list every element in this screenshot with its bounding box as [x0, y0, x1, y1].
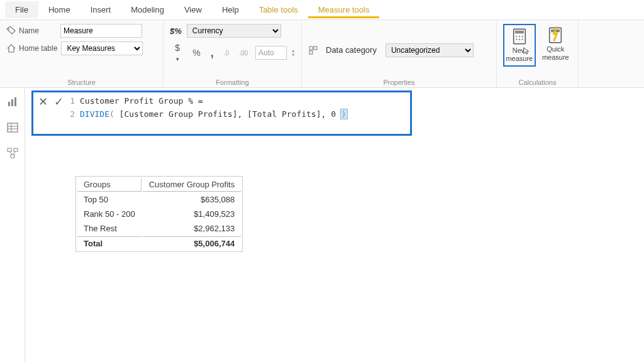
svg-point-11	[521, 39, 523, 40]
svg-rect-17	[8, 123, 18, 132]
quick-measure-button[interactable]: Quick measure	[540, 24, 572, 64]
percent-button[interactable]: %	[190, 47, 203, 59]
svg-rect-3	[309, 51, 313, 54]
svg-rect-22	[14, 148, 18, 151]
ribbon-tab-strip: File Home Insert Modeling View Help Tabl…	[0, 0, 644, 20]
svg-line-24	[9, 151, 13, 155]
tab-file[interactable]: File	[5, 1, 38, 18]
svg-point-6	[516, 36, 517, 37]
formula-bar[interactable]: ✕ ✓ 1 Customer Profit Group % = 2 DIVIDE…	[31, 90, 412, 136]
tab-view[interactable]: View	[174, 1, 212, 18]
home-icon	[6, 43, 16, 53]
view-rail	[0, 88, 25, 362]
name-label: Name	[6, 26, 57, 36]
svg-point-9	[516, 39, 517, 40]
table-total-row: Total$5,006,744	[77, 236, 241, 250]
tab-modeling[interactable]: Modeling	[121, 1, 174, 18]
cursor-icon	[523, 47, 531, 55]
total-label: Total	[77, 236, 142, 250]
result-table[interactable]: Groups Customer Group Profits Top 50$635…	[75, 176, 243, 252]
line-number: 1	[69, 95, 80, 108]
line-number: 2	[69, 108, 80, 121]
formula-editor[interactable]: 1 Customer Profit Group % = 2 DIVIDE( [C…	[69, 95, 406, 121]
svg-point-0	[8, 28, 9, 30]
svg-rect-5	[515, 31, 524, 34]
format-prefix-label: $%	[170, 26, 182, 36]
currency-button[interactable]: $ ▾	[170, 41, 185, 64]
svg-rect-1	[309, 47, 313, 50]
ribbon: Name Home table Key Measures Structure $…	[0, 20, 644, 88]
group-properties-label: Properties	[308, 76, 490, 86]
svg-point-8	[521, 36, 523, 37]
cell-group: Rank 50 - 200	[77, 207, 142, 221]
cell-group: Top 50	[77, 193, 142, 206]
total-value: $5,006,744	[143, 236, 242, 250]
formula-line-1: Customer Profit Group % =	[80, 95, 203, 108]
name-input[interactable]	[60, 24, 142, 38]
svg-rect-2	[314, 47, 317, 50]
group-calculations-label: Calculations	[503, 76, 572, 86]
canvas: ✕ ✓ 1 Customer Profit Group % = 2 DIVIDE…	[25, 88, 644, 362]
decimal-increase-button[interactable]: .00	[236, 48, 250, 58]
cell-group: The Rest	[77, 222, 142, 235]
table-row[interactable]: Top 50$635,088	[77, 193, 241, 206]
category-icon	[308, 45, 318, 55]
comma-button[interactable]: ,	[208, 45, 216, 61]
data-category-label: Data category	[326, 45, 377, 55]
svg-point-10	[519, 39, 520, 40]
decimal-places-input[interactable]	[255, 46, 287, 60]
svg-rect-14	[8, 102, 10, 106]
formula-line-2: DIVIDE( [Customer Group Profits], [Total…	[80, 108, 347, 121]
tab-help[interactable]: Help	[212, 1, 249, 18]
new-measure-button[interactable]: New measure	[503, 24, 536, 67]
table-row[interactable]: The Rest$2,962,133	[77, 222, 241, 235]
svg-rect-15	[11, 99, 13, 106]
report-view-icon[interactable]	[6, 96, 19, 110]
quick-calculator-icon	[547, 26, 564, 44]
tag-icon	[6, 26, 16, 36]
data-view-icon[interactable]	[6, 121, 19, 136]
stepper-icon[interactable]: ▴▾	[292, 48, 295, 57]
formula-commit-button[interactable]: ✓	[54, 96, 64, 107]
svg-rect-21	[8, 148, 11, 151]
table-body: Top 50$635,088Rank 50 - 200$1,409,523The…	[77, 193, 241, 250]
col-groups[interactable]: Groups	[77, 178, 142, 192]
home-table-label: Home table	[6, 43, 57, 53]
group-formatting-label: Formatting	[170, 76, 295, 86]
tab-home[interactable]: Home	[38, 1, 80, 18]
home-table-select[interactable]: Key Measures	[61, 41, 143, 55]
svg-line-25	[13, 151, 16, 155]
svg-rect-23	[11, 155, 14, 158]
cell-value: $2,962,133	[143, 222, 242, 235]
svg-point-7	[519, 36, 520, 37]
decimal-decrease-button[interactable]: .0	[221, 48, 231, 58]
formula-cancel-button[interactable]: ✕	[38, 96, 48, 107]
cell-value: $1,409,523	[143, 207, 242, 221]
format-select[interactable]: Currency	[187, 24, 281, 38]
col-profits[interactable]: Customer Group Profits	[143, 178, 242, 192]
svg-rect-16	[14, 97, 16, 106]
group-structure-label: Structure	[6, 76, 157, 86]
tab-measure-tools[interactable]: Measure tools	[308, 1, 380, 18]
table-row[interactable]: Rank 50 - 200$1,409,523	[77, 207, 241, 221]
data-category-select[interactable]: Uncategorized	[386, 43, 474, 57]
tab-insert[interactable]: Insert	[80, 1, 121, 18]
tab-table-tools[interactable]: Table tools	[249, 1, 308, 18]
model-view-icon[interactable]	[6, 147, 19, 162]
calculator-icon	[511, 28, 528, 45]
cell-value: $635,088	[143, 193, 242, 206]
